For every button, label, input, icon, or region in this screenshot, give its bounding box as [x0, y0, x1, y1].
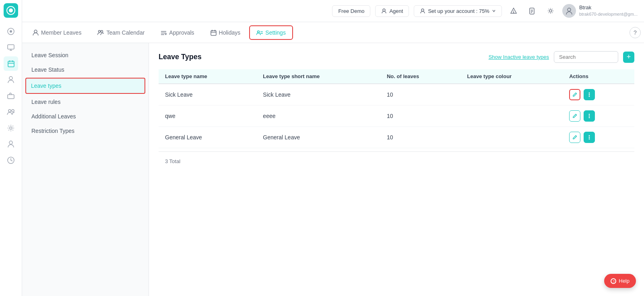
- svg-point-13: [8, 110, 11, 112]
- more-button-0[interactable]: [584, 89, 595, 100]
- more-button-1[interactable]: [584, 110, 595, 122]
- settings-sidebar: Leave Session Leave Status Leave types L…: [22, 43, 149, 296]
- free-demo-label: Free Demo: [338, 8, 364, 14]
- team-calendar-tab-icon: [97, 29, 104, 35]
- agent-button[interactable]: Agent: [375, 5, 409, 17]
- tab-team-calendar[interactable]: Team Calendar: [90, 25, 152, 40]
- cell-colour-1: [461, 106, 563, 127]
- sidebar-item-additional-leaves[interactable]: Additional Leaves: [22, 109, 149, 124]
- edit-button-1[interactable]: [569, 110, 580, 122]
- col-leave-type-colour: Leave type colour: [461, 69, 563, 84]
- edit-button-0[interactable]: [569, 89, 580, 100]
- doc-icon: [529, 8, 535, 14]
- restriction-types-label: Restriction Types: [31, 128, 74, 134]
- user-avatar-area[interactable]: Btrak btrak670-development@gm...: [562, 4, 638, 18]
- svg-point-26: [549, 10, 552, 12]
- svg-point-48: [589, 137, 590, 138]
- svg-point-45: [589, 116, 590, 116]
- svg-point-16: [9, 141, 12, 144]
- nav-icon-tv[interactable]: [4, 40, 18, 55]
- cell-short-name-0: Sick Leave: [256, 84, 380, 106]
- col-leave-type-name: Leave type name: [159, 69, 256, 84]
- help-float-label: Help: [619, 278, 630, 284]
- user-email: btrak670-development@gm...: [579, 11, 638, 17]
- nav-icon-gear[interactable]: [4, 121, 18, 135]
- nav-icon-person[interactable]: [4, 72, 18, 87]
- cell-short-name-1: eeee: [256, 106, 380, 127]
- tab-member-leaves[interactable]: Member Leaves: [25, 25, 89, 40]
- tab-navigation: Member Leaves Team Calendar Approvals Ho…: [22, 22, 644, 43]
- total-count: 3 Total: [165, 158, 180, 164]
- nav-icon-group[interactable]: [4, 105, 18, 119]
- leave-session-label: Leave Session: [31, 52, 68, 58]
- svg-point-3: [10, 30, 12, 33]
- sidebar-item-restriction-types[interactable]: Restriction Types: [22, 124, 149, 138]
- sidebar-item-leave-status[interactable]: Leave Status: [22, 62, 149, 77]
- svg-text:?: ?: [613, 279, 615, 284]
- svg-point-41: [589, 93, 590, 93]
- tab-approvals-label: Approvals: [169, 29, 194, 36]
- setup-label: Set up your account : 75%: [428, 8, 489, 14]
- add-button-icon: +: [627, 53, 631, 61]
- chevron-down-icon: [492, 9, 496, 13]
- svg-point-46: [589, 117, 590, 118]
- svg-point-28: [34, 30, 37, 33]
- tab-member-leaves-label: Member Leaves: [41, 29, 81, 36]
- edit-button-2[interactable]: [569, 132, 580, 143]
- setup-icon: [420, 8, 425, 14]
- sidebar-item-leave-types[interactable]: Leave types: [25, 78, 145, 94]
- svg-point-42: [589, 94, 590, 95]
- nav-icon-briefcase[interactable]: [4, 89, 18, 103]
- svg-point-49: [589, 139, 590, 139]
- svg-rect-12: [8, 95, 14, 99]
- more-button-2[interactable]: [584, 132, 595, 143]
- sidebar-item-leave-rules[interactable]: Leave rules: [22, 95, 149, 109]
- col-leave-type-short-name: Leave type short name: [256, 69, 380, 84]
- leave-status-label: Leave Status: [31, 66, 64, 73]
- show-inactive-link[interactable]: Show Inactive leave types: [489, 54, 549, 60]
- svg-rect-4: [8, 45, 14, 49]
- tab-nav-right: ?: [630, 27, 641, 38]
- user-info: Btrak btrak670-development@gm...: [579, 4, 638, 17]
- holidays-tab-icon: [211, 29, 217, 36]
- nav-icon-user2[interactable]: [4, 137, 18, 151]
- col-actions: Actions: [563, 69, 634, 84]
- top-header: Free Demo Agent Set up your account : 75…: [22, 0, 644, 22]
- approvals-tab-icon: [161, 30, 167, 35]
- add-leave-type-button[interactable]: +: [623, 52, 634, 63]
- avatar: [562, 4, 576, 18]
- settings-gear-button[interactable]: [544, 4, 557, 18]
- tab-approvals[interactable]: Approvals: [153, 25, 201, 40]
- panel-header: Leave Types Show Inactive leave types +: [159, 51, 634, 63]
- free-demo-button[interactable]: Free Demo: [332, 5, 370, 17]
- svg-point-15: [10, 127, 12, 129]
- table-row: Sick Leave Sick Leave 10: [159, 84, 634, 106]
- search-input[interactable]: [554, 51, 618, 63]
- cell-name-0: Sick Leave: [159, 84, 256, 106]
- icon-sidebar: [0, 0, 22, 296]
- cell-actions-0: [563, 84, 634, 106]
- svg-point-44: [589, 114, 590, 115]
- cell-no-of-leaves-2: 10: [380, 127, 461, 148]
- svg-point-43: [589, 96, 590, 97]
- nav-icon-calendar[interactable]: [4, 56, 18, 71]
- help-circle-button[interactable]: ?: [630, 27, 641, 38]
- nav-icon-clock[interactable]: [4, 153, 18, 168]
- tab-holidays[interactable]: Holidays: [203, 25, 248, 40]
- svg-rect-34: [211, 31, 216, 35]
- sidebar-item-leave-session[interactable]: Leave Session: [22, 48, 149, 62]
- svg-point-11: [9, 77, 12, 80]
- nav-icon-dashboard[interactable]: [4, 24, 18, 39]
- cell-name-2: General Leave: [159, 127, 256, 148]
- svg-point-14: [12, 110, 14, 112]
- help-float-button[interactable]: ? Help: [604, 274, 636, 288]
- app-logo[interactable]: [4, 3, 18, 18]
- member-leaves-tab-icon: [33, 29, 39, 36]
- doc-button[interactable]: [525, 4, 539, 18]
- tab-settings[interactable]: Settings: [249, 25, 293, 40]
- settings-tab-icon: [256, 30, 263, 35]
- svg-point-30: [101, 31, 103, 33]
- agent-label: Agent: [389, 8, 403, 14]
- setup-button[interactable]: Set up your account : 75%: [414, 5, 502, 17]
- alert-button[interactable]: [507, 4, 520, 18]
